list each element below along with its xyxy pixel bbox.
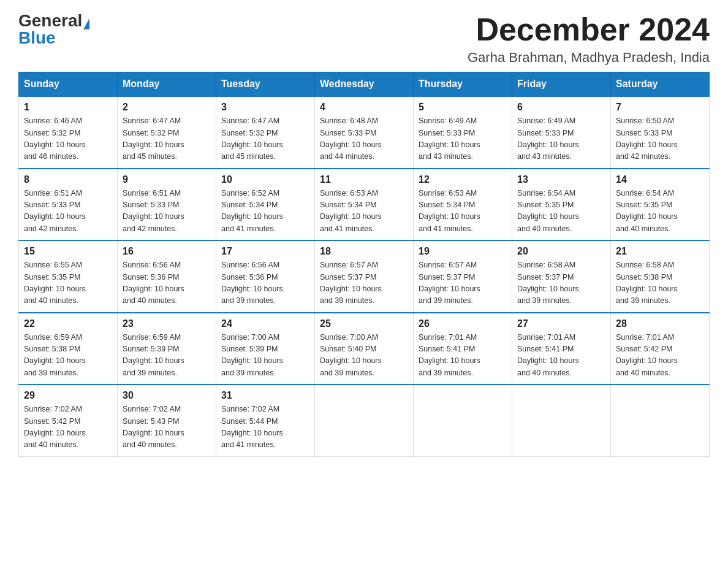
day-number: 29 <box>24 390 112 401</box>
day-number: 7 <box>616 102 704 113</box>
day-number: 23 <box>123 318 211 329</box>
calendar-cell: 2 Sunrise: 6:47 AM Sunset: 5:32 PM Dayli… <box>118 96 216 169</box>
day-number: 28 <box>616 318 704 329</box>
calendar-week-3: 15 Sunrise: 6:55 AM Sunset: 5:35 PM Dayl… <box>19 240 710 313</box>
day-number: 3 <box>221 102 309 113</box>
calendar-cell: 15 Sunrise: 6:55 AM Sunset: 5:35 PM Dayl… <box>19 240 118 313</box>
day-info: Sunrise: 6:52 AM Sunset: 5:34 PM Dayligh… <box>221 188 309 236</box>
day-number: 6 <box>517 102 605 113</box>
day-number: 30 <box>123 390 211 401</box>
calendar-cell: 19 Sunrise: 6:57 AM Sunset: 5:37 PM Dayl… <box>414 240 512 313</box>
col-wednesday: Wednesday <box>315 72 414 97</box>
day-number: 5 <box>419 102 507 113</box>
day-info: Sunrise: 7:01 AM Sunset: 5:41 PM Dayligh… <box>419 332 507 380</box>
day-info: Sunrise: 6:59 AM Sunset: 5:38 PM Dayligh… <box>24 332 112 380</box>
calendar-cell: 3 Sunrise: 6:47 AM Sunset: 5:32 PM Dayli… <box>216 96 315 169</box>
calendar-week-5: 29 Sunrise: 7:02 AM Sunset: 5:42 PM Dayl… <box>19 385 710 456</box>
day-info: Sunrise: 6:58 AM Sunset: 5:38 PM Dayligh… <box>616 259 704 307</box>
day-number: 11 <box>320 174 408 185</box>
calendar-cell: 20 Sunrise: 6:58 AM Sunset: 5:37 PM Dayl… <box>512 240 611 313</box>
col-tuesday: Tuesday <box>216 72 315 97</box>
day-info: Sunrise: 6:53 AM Sunset: 5:34 PM Dayligh… <box>419 188 507 236</box>
day-number: 18 <box>320 246 408 257</box>
day-number: 12 <box>419 174 507 185</box>
calendar-cell: 23 Sunrise: 6:59 AM Sunset: 5:39 PM Dayl… <box>118 313 216 385</box>
calendar-cell: 17 Sunrise: 6:56 AM Sunset: 5:36 PM Dayl… <box>216 240 315 313</box>
page-header: General Blue December 2024 Garha Brahman… <box>18 12 710 66</box>
day-info: Sunrise: 6:56 AM Sunset: 5:36 PM Dayligh… <box>221 259 309 307</box>
day-info: Sunrise: 6:51 AM Sunset: 5:33 PM Dayligh… <box>123 188 211 236</box>
calendar-cell: 18 Sunrise: 6:57 AM Sunset: 5:37 PM Dayl… <box>315 240 414 313</box>
logo-blue-text: Blue <box>18 28 56 47</box>
calendar-cell: 21 Sunrise: 6:58 AM Sunset: 5:38 PM Dayl… <box>611 240 710 313</box>
day-number: 16 <box>123 246 211 257</box>
col-monday: Monday <box>118 72 216 97</box>
calendar-cell: 27 Sunrise: 7:01 AM Sunset: 5:41 PM Dayl… <box>512 313 611 385</box>
calendar-cell: 16 Sunrise: 6:56 AM Sunset: 5:36 PM Dayl… <box>118 240 216 313</box>
calendar-cell: 5 Sunrise: 6:49 AM Sunset: 5:33 PM Dayli… <box>414 96 512 169</box>
day-info: Sunrise: 7:01 AM Sunset: 5:42 PM Dayligh… <box>616 332 704 380</box>
calendar-cell: 11 Sunrise: 6:53 AM Sunset: 5:34 PM Dayl… <box>315 169 414 241</box>
calendar-cell: 28 Sunrise: 7:01 AM Sunset: 5:42 PM Dayl… <box>611 313 710 385</box>
day-info: Sunrise: 6:57 AM Sunset: 5:37 PM Dayligh… <box>320 259 408 307</box>
day-number: 22 <box>24 318 112 329</box>
calendar-cell <box>611 385 710 456</box>
day-number: 25 <box>320 318 408 329</box>
calendar-cell: 30 Sunrise: 7:02 AM Sunset: 5:43 PM Dayl… <box>118 385 216 456</box>
day-info: Sunrise: 6:57 AM Sunset: 5:37 PM Dayligh… <box>419 259 507 307</box>
day-info: Sunrise: 7:02 AM Sunset: 5:44 PM Dayligh… <box>221 404 309 451</box>
logo-general-text: General <box>18 11 82 30</box>
calendar-cell: 29 Sunrise: 7:02 AM Sunset: 5:42 PM Dayl… <box>19 385 118 456</box>
calendar-cell <box>414 385 512 456</box>
calendar-cell: 14 Sunrise: 6:54 AM Sunset: 5:35 PM Dayl… <box>611 169 710 241</box>
location-subtitle: Garha Brahman, Madhya Pradesh, India <box>468 50 710 66</box>
day-info: Sunrise: 6:49 AM Sunset: 5:33 PM Dayligh… <box>517 115 605 163</box>
day-info: Sunrise: 6:47 AM Sunset: 5:32 PM Dayligh… <box>221 115 309 163</box>
day-info: Sunrise: 6:48 AM Sunset: 5:33 PM Dayligh… <box>320 115 408 163</box>
calendar-cell: 8 Sunrise: 6:51 AM Sunset: 5:33 PM Dayli… <box>19 169 118 241</box>
day-info: Sunrise: 6:59 AM Sunset: 5:39 PM Dayligh… <box>123 332 211 380</box>
month-year-title: December 2024 <box>468 12 710 47</box>
calendar-week-2: 8 Sunrise: 6:51 AM Sunset: 5:33 PM Dayli… <box>19 169 710 241</box>
logo: General Blue <box>18 12 89 47</box>
calendar-week-4: 22 Sunrise: 6:59 AM Sunset: 5:38 PM Dayl… <box>19 313 710 385</box>
logo-triangle-icon <box>83 18 89 29</box>
day-info: Sunrise: 7:02 AM Sunset: 5:43 PM Dayligh… <box>123 404 211 451</box>
title-section: December 2024 Garha Brahman, Madhya Prad… <box>468 12 710 66</box>
calendar-cell: 12 Sunrise: 6:53 AM Sunset: 5:34 PM Dayl… <box>414 169 512 241</box>
calendar-cell: 7 Sunrise: 6:50 AM Sunset: 5:33 PM Dayli… <box>611 96 710 169</box>
day-info: Sunrise: 6:46 AM Sunset: 5:32 PM Dayligh… <box>24 115 112 163</box>
calendar-cell: 4 Sunrise: 6:48 AM Sunset: 5:33 PM Dayli… <box>315 96 414 169</box>
col-thursday: Thursday <box>414 72 512 97</box>
calendar-cell: 22 Sunrise: 6:59 AM Sunset: 5:38 PM Dayl… <box>19 313 118 385</box>
day-number: 26 <box>419 318 507 329</box>
day-info: Sunrise: 6:55 AM Sunset: 5:35 PM Dayligh… <box>24 259 112 307</box>
day-number: 14 <box>616 174 704 185</box>
day-info: Sunrise: 6:54 AM Sunset: 5:35 PM Dayligh… <box>517 188 605 236</box>
day-info: Sunrise: 7:01 AM Sunset: 5:41 PM Dayligh… <box>517 332 605 380</box>
calendar-cell <box>512 385 611 456</box>
day-number: 9 <box>123 174 211 185</box>
day-info: Sunrise: 7:00 AM Sunset: 5:40 PM Dayligh… <box>320 332 408 380</box>
calendar-cell: 13 Sunrise: 6:54 AM Sunset: 5:35 PM Dayl… <box>512 169 611 241</box>
col-friday: Friday <box>512 72 611 97</box>
day-number: 27 <box>517 318 605 329</box>
day-info: Sunrise: 6:49 AM Sunset: 5:33 PM Dayligh… <box>419 115 507 163</box>
calendar-cell: 24 Sunrise: 7:00 AM Sunset: 5:39 PM Dayl… <box>216 313 315 385</box>
day-number: 2 <box>123 102 211 113</box>
calendar-cell: 26 Sunrise: 7:01 AM Sunset: 5:41 PM Dayl… <box>414 313 512 385</box>
day-info: Sunrise: 6:56 AM Sunset: 5:36 PM Dayligh… <box>123 259 211 307</box>
day-info: Sunrise: 7:00 AM Sunset: 5:39 PM Dayligh… <box>221 332 309 380</box>
day-number: 8 <box>24 174 112 185</box>
calendar-week-1: 1 Sunrise: 6:46 AM Sunset: 5:32 PM Dayli… <box>19 96 710 169</box>
day-info: Sunrise: 6:50 AM Sunset: 5:33 PM Dayligh… <box>616 115 704 163</box>
day-number: 19 <box>419 246 507 257</box>
day-info: Sunrise: 6:53 AM Sunset: 5:34 PM Dayligh… <box>320 188 408 236</box>
col-saturday: Saturday <box>611 72 710 97</box>
day-number: 13 <box>517 174 605 185</box>
calendar-cell: 1 Sunrise: 6:46 AM Sunset: 5:32 PM Dayli… <box>19 96 118 169</box>
day-number: 17 <box>221 246 309 257</box>
calendar-cell: 10 Sunrise: 6:52 AM Sunset: 5:34 PM Dayl… <box>216 169 315 241</box>
day-number: 15 <box>24 246 112 257</box>
calendar-header-row: Sunday Monday Tuesday Wednesday Thursday… <box>19 72 710 97</box>
